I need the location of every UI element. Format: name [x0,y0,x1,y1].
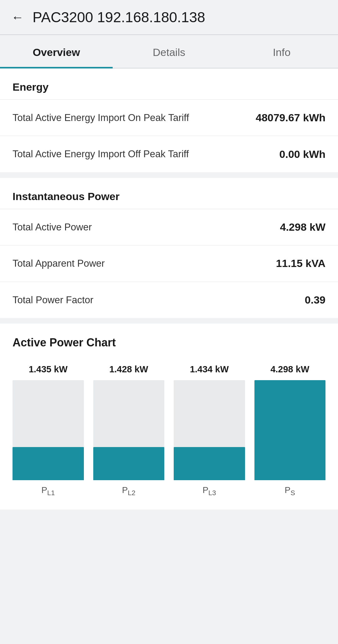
instantaneous-section-title: Instantaneous Power [0,178,338,209]
table-row: Total Active Energy Import On Peak Tarif… [0,99,338,136]
energy-section-title: Energy [0,68,338,99]
header: ← PAC3200 192.168.180.138 [0,0,338,35]
chart-title: Active Power Chart [13,336,325,349]
table-row: Total Apparent Power 11.15 kVA [0,245,338,281]
bar-value-label: 4.298 kW [270,364,309,375]
page-title: PAC3200 192.168.180.138 [33,9,205,26]
total-active-power-value: 4.298 kW [280,221,325,233]
tab-info[interactable]: Info [225,35,338,68]
total-apparent-power-label: Total Apparent Power [13,257,200,270]
bar-value-label: 1.435 kW [29,364,68,375]
bar-column: 1.428 kWPL2 [93,364,165,497]
bar-fill [93,447,165,480]
table-row: Total Power Factor 0.39 [0,282,338,318]
energy-import-off-peak-value: 0.00 kWh [279,148,325,160]
bar-axis-label: PL2 [122,485,136,497]
total-apparent-power-value: 11.15 kVA [276,257,325,269]
energy-import-on-peak-label: Total Active Energy Import On Peak Tarif… [13,111,200,124]
tab-bar: Overview Details Info [0,35,338,68]
table-row: Total Active Power 4.298 kW [0,209,338,245]
bar-column: 1.435 kWPL1 [13,364,84,497]
total-active-power-label: Total Active Power [13,220,200,234]
bar-axis-label: PS [285,485,295,497]
bar-fill [13,447,84,480]
table-row: Total Active Energy Import Off Peak Tari… [0,136,338,172]
bar-axis-label: PL3 [202,485,216,497]
instantaneous-section: Instantaneous Power Total Active Power 4… [0,178,338,318]
bar-axis-label: PL1 [41,485,55,497]
bar-container [93,380,165,480]
total-power-factor-value: 0.39 [305,294,325,306]
energy-section: Energy Total Active Energy Import On Pea… [0,68,338,172]
energy-import-off-peak-label: Total Active Energy Import Off Peak Tari… [13,147,200,161]
energy-import-on-peak-value: 48079.67 kWh [256,112,325,124]
bar-value-label: 1.428 kW [109,364,148,375]
total-power-factor-label: Total Power Factor [13,293,200,307]
bar-container [174,380,245,480]
bar-value-label: 1.434 kW [190,364,229,375]
tab-overview[interactable]: Overview [0,35,113,68]
bar-fill [174,447,245,480]
bar-column: 4.298 kWPS [254,364,326,497]
bar-container [254,380,326,480]
bar-column: 1.434 kWPL3 [174,364,245,497]
tab-details[interactable]: Details [113,35,225,68]
bar-container [13,380,84,480]
chart-section: Active Power Chart 1.435 kWPL11.428 kWPL… [0,324,338,510]
back-button[interactable]: ← [11,11,24,23]
bar-chart: 1.435 kWPL11.428 kWPL21.434 kWPL34.298 k… [13,364,325,497]
bar-fill [254,380,326,480]
